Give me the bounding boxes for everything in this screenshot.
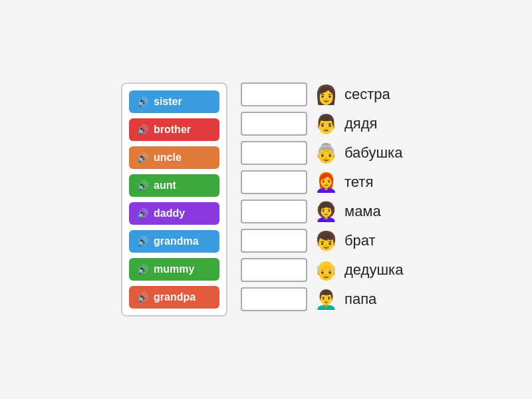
sound-icon: 🔊 bbox=[137, 152, 148, 163]
russian-word-2: бабушка bbox=[344, 144, 411, 162]
word-label-grandma: grandma bbox=[154, 235, 199, 247]
match-row-2: 👵бабушка bbox=[241, 141, 411, 165]
word-btn-brother[interactable]: 🔊brother bbox=[129, 118, 219, 141]
russian-word-5: брат bbox=[344, 232, 411, 249]
word-btn-uncle[interactable]: 🔊uncle bbox=[129, 146, 219, 169]
sound-icon: 🔊 bbox=[137, 264, 148, 275]
word-btn-mummy[interactable]: 🔊mummy bbox=[129, 258, 219, 281]
word-list: 🔊sister🔊brother🔊uncle🔊aunt🔊daddy🔊grandma… bbox=[121, 82, 227, 317]
face-icon-3: 👩‍🦰 bbox=[314, 172, 338, 194]
answer-box-7[interactable] bbox=[241, 287, 307, 311]
sound-icon: 🔊 bbox=[137, 180, 148, 191]
sound-icon: 🔊 bbox=[137, 208, 148, 219]
russian-word-4: мама bbox=[344, 203, 411, 220]
match-row-3: 👩‍🦰тетя bbox=[241, 170, 411, 194]
russian-word-1: дядя bbox=[344, 115, 411, 132]
sound-icon: 🔊 bbox=[137, 96, 148, 107]
word-btn-daddy[interactable]: 🔊daddy bbox=[129, 202, 219, 225]
match-row-1: 👨дядя bbox=[241, 112, 411, 136]
word-label-sister: sister bbox=[154, 96, 182, 108]
russian-word-6: дедушка bbox=[344, 261, 411, 279]
sound-icon: 🔊 bbox=[137, 236, 148, 247]
word-label-mummy: mummy bbox=[154, 263, 194, 275]
face-icon-7: 👨‍🦱 bbox=[314, 289, 338, 311]
word-label-grandpa: grandpa bbox=[154, 291, 196, 303]
answer-box-5[interactable] bbox=[241, 229, 307, 253]
word-label-brother: brother bbox=[154, 124, 191, 136]
word-btn-sister[interactable]: 🔊sister bbox=[129, 90, 219, 113]
match-row-7: 👨‍🦱папа bbox=[241, 287, 411, 311]
word-btn-aunt[interactable]: 🔊aunt bbox=[129, 174, 219, 197]
word-label-daddy: daddy bbox=[154, 207, 185, 219]
face-icon-5: 👦 bbox=[314, 230, 338, 252]
word-btn-grandma[interactable]: 🔊grandma bbox=[129, 230, 219, 253]
face-icon-2: 👵 bbox=[314, 142, 338, 164]
match-row-4: 👩‍🦱мама bbox=[241, 200, 411, 223]
face-icon-1: 👨 bbox=[314, 113, 338, 135]
russian-word-0: сестра bbox=[344, 86, 411, 103]
match-row-5: 👦брат bbox=[241, 229, 411, 253]
answer-box-4[interactable] bbox=[241, 200, 307, 223]
answer-box-2[interactable] bbox=[241, 141, 307, 165]
face-icon-0: 👩 bbox=[314, 84, 338, 106]
russian-word-7: папа bbox=[344, 291, 411, 308]
sound-icon: 🔊 bbox=[137, 124, 148, 135]
answer-box-6[interactable] bbox=[241, 258, 307, 282]
answer-box-3[interactable] bbox=[241, 170, 307, 194]
match-row-6: 👴дедушка bbox=[241, 258, 411, 282]
russian-word-3: тетя bbox=[344, 174, 411, 191]
main-container: 🔊sister🔊brother🔊uncle🔊aunt🔊daddy🔊grandma… bbox=[101, 63, 431, 336]
word-btn-grandpa[interactable]: 🔊grandpa bbox=[129, 286, 219, 309]
answer-box-1[interactable] bbox=[241, 112, 307, 136]
word-label-uncle: uncle bbox=[154, 152, 182, 164]
match-area: 👩сестра👨дядя👵бабушка👩‍🦰тетя👩‍🦱мама👦брат👴… bbox=[241, 82, 411, 311]
answer-box-0[interactable] bbox=[241, 82, 307, 106]
face-icon-4: 👩‍🦱 bbox=[314, 201, 338, 223]
sound-icon: 🔊 bbox=[137, 292, 148, 303]
face-icon-6: 👴 bbox=[314, 259, 338, 281]
word-label-aunt: aunt bbox=[154, 180, 176, 192]
match-row-0: 👩сестра bbox=[241, 82, 411, 106]
